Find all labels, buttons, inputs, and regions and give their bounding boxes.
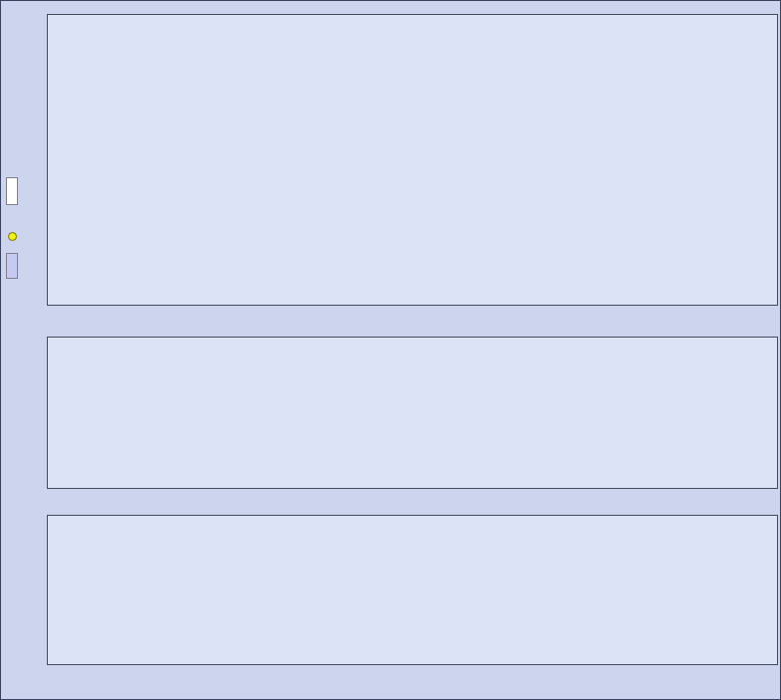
temperature-axis-title <box>10 516 25 664</box>
days-since-snow-axis-title <box>10 338 25 489</box>
days-since-snow-panel <box>47 337 778 489</box>
snow-depth-axis-title <box>25 15 40 305</box>
days-since-snow-plot <box>48 338 777 488</box>
snow-depth-plot <box>48 15 777 305</box>
upper-swatch <box>6 177 18 205</box>
snow-depth-legend-label <box>4 15 20 305</box>
snow-depth-panel <box>47 14 778 306</box>
temperature-plot <box>48 516 777 664</box>
snow-conditions-chart <box>0 0 781 700</box>
resort-swatch <box>6 253 18 279</box>
temperature-panel <box>47 515 778 665</box>
fresh-snow-dot-icon <box>8 232 17 241</box>
